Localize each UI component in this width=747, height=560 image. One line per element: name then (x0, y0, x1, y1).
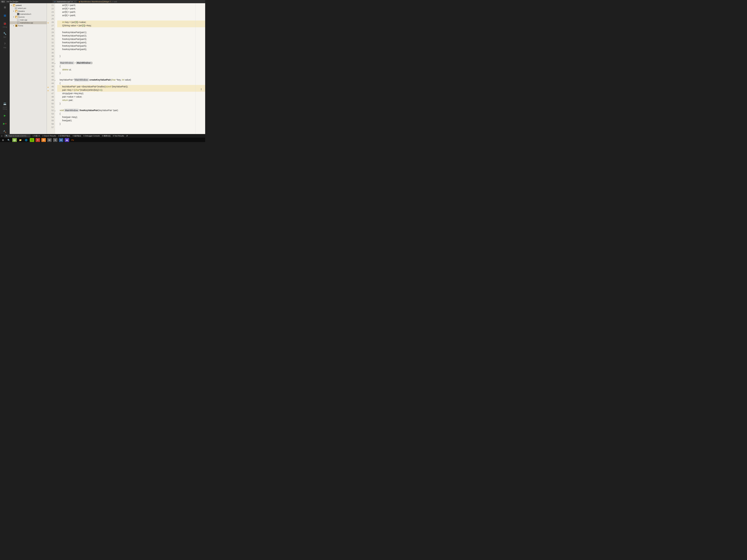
tree-forms[interactable]: ▸▣Forms (10, 24, 47, 27)
text-cursor-icon: I (201, 87, 202, 91)
start-icon[interactable]: ⊞ (1, 138, 5, 142)
rail-welcome[interactable]: ⊞ (2, 5, 7, 10)
right-margin-line (195, 3, 196, 134)
menu-project[interactable]: 项目 (1, 0, 5, 3)
rail-run[interactable]: ▶ (2, 113, 7, 118)
browser-icon[interactable]: 🌐 (24, 138, 28, 142)
tree-source-mainwindow[interactable]: c+mainwindow.cpp (10, 21, 47, 24)
nvidia-icon[interactable]: nV (30, 138, 34, 142)
rail-edit[interactable]: ▤ (2, 13, 7, 18)
cpp-file-icon: c+ (54, 1, 56, 3)
toolbar-icons[interactable]: ▾ ▾ T▾ ☰▾ ⊞ ▾ (7, 1, 18, 3)
app-red-icon[interactable]: 百 (35, 138, 40, 142)
project-tree-pane: ▾▣union1 ▤union1.pro ▾▣Headers hmainwind… (10, 3, 47, 134)
app-orange-icon[interactable]: 目 (41, 138, 46, 142)
filezilla-icon[interactable]: Fz (71, 138, 75, 142)
tab-dropdown-icon[interactable]: ▾ (72, 1, 73, 3)
tree-headers[interactable]: ▾▣Headers (10, 10, 47, 12)
rail-run-debug[interactable]: ▶🐞 (2, 121, 7, 126)
tree-root[interactable]: ▾▣union1 (10, 4, 47, 7)
editor-tab[interactable]: c+ mainwindow.cpp* ▾ × (52, 0, 77, 3)
mode-rail: ⊞ ▤ 🐞Debug 🔧项目 ?帮助 💻union1Debug ▶ ▶🐞 🔨 (0, 3, 10, 134)
top-menu-bar: 项目 ▾ ▾ T▾ ☰▾ ⊞ ▾ c+ mainwindow.cpp* ▾ × … (0, 0, 205, 3)
status-bar: ▯ 🔍 Type to locate (Ctrl+K) 1 问题 21 2 Se… (0, 134, 205, 138)
sb-updown-icon[interactable]: ⇵ (126, 135, 128, 137)
explorer-icon[interactable]: 📁 (18, 138, 23, 142)
tab-filename: mainwindow.cpp* (57, 1, 71, 3)
close-icon[interactable]: × (75, 1, 75, 3)
wps-spreadsheet-icon[interactable]: S (53, 138, 57, 142)
sb-debugger[interactable]: 5 Debugger Console (83, 135, 100, 137)
wps-writer-icon[interactable]: W (47, 138, 52, 142)
search-icon[interactable]: 🔍 (6, 138, 11, 142)
tree-source-main[interactable]: c+main.cpp (10, 19, 47, 21)
sb-general[interactable]: 6 概要信息 (102, 135, 111, 137)
tree-sources[interactable]: ▾▣Sources (10, 16, 47, 19)
app-purple-icon[interactable]: ◉ (65, 138, 69, 142)
windows-taskbar: ⊞ 🔍 Qt 📁 🌐 nV 百 目 W S W ◉ Fz (0, 138, 205, 142)
sb-app-output[interactable]: 3 应用程序输出 (58, 135, 70, 137)
sb-search-results[interactable]: 2 Search Results (42, 135, 56, 137)
breadcrumb[interactable]: ◆ MainWindow::MainWindow(QWidget *) -> v… (79, 1, 117, 3)
code-editor[interactable]: 212223242526▲272829303132333435363738▾39… (47, 3, 205, 134)
rail-projects[interactable]: 🔧项目 (2, 31, 7, 38)
rail-debug[interactable]: 🐞Debug (2, 21, 7, 28)
sb-test[interactable]: 8 Test Results (113, 135, 124, 137)
locator-input[interactable]: 🔍 Type to locate (Ctrl+K) (4, 134, 30, 137)
wps-word-icon[interactable]: W (59, 138, 63, 142)
qt-creator-icon[interactable]: Qt (12, 138, 17, 142)
rail-help[interactable]: ?帮助 (2, 42, 7, 49)
rail-kit[interactable]: 💻union1Debug (2, 101, 7, 110)
sb-compile-output[interactable]: 4 编译输出 (73, 135, 81, 137)
tree-header-file[interactable]: hmainwindow.h (10, 12, 47, 16)
line-gutter: 212223242526▲272829303132333435363738▾39… (47, 3, 55, 134)
code-area[interactable]: arr[3] = pair3; arr[4] = pair4; arr[5] =… (55, 3, 205, 134)
output-pane-toggle-icon[interactable]: ▯ (1, 135, 2, 137)
tree-pro-file[interactable]: ▤union1.pro (10, 7, 47, 10)
sb-issues[interactable]: 1 问题 21 (33, 135, 40, 137)
rail-build[interactable]: 🔨 (2, 129, 7, 134)
